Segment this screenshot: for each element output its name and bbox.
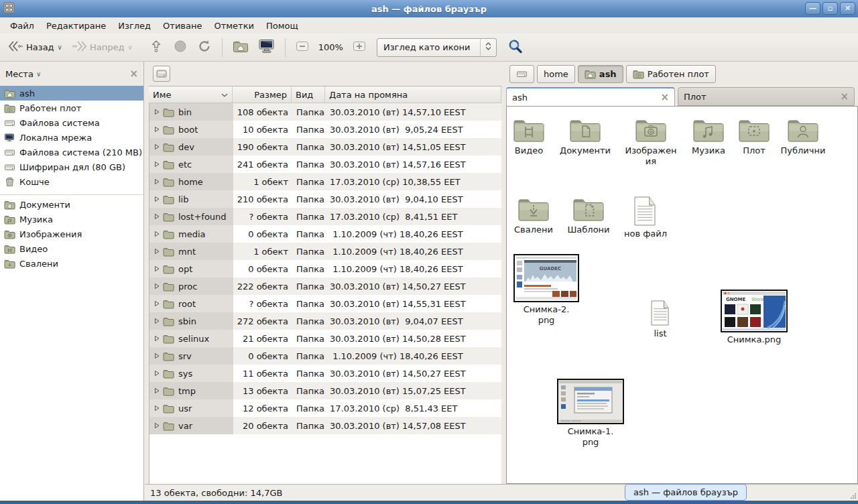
expander-icon[interactable] — [154, 353, 160, 359]
table-row[interactable]: home1 обектПапка17.03.2010 (ср) 10,38,55… — [149, 173, 501, 190]
expander-icon[interactable] — [154, 300, 160, 307]
table-row[interactable]: boot10 обектаПапка30.03.2010 (вт) 9,05,2… — [149, 121, 501, 138]
sidebar-close-icon[interactable]: × — [129, 68, 138, 80]
icon-item-10[interactable]: list — [630, 300, 690, 339]
table-row[interactable]: selinux21 обектаПапка30.03.2010 (вт) 14,… — [149, 330, 501, 347]
table-row[interactable]: media0 обектаПапка 1.10.2009 (чт) 18,40,… — [149, 225, 501, 243]
close-button[interactable]: ✕ — [840, 2, 855, 15]
tab-close-icon[interactable]: × — [660, 91, 669, 103]
expander-icon[interactable] — [154, 370, 160, 377]
table-row[interactable]: tmp13 обектаПапка30.03.2010 (вт) 15,07,2… — [149, 382, 501, 399]
tab-close-icon[interactable]: × — [840, 90, 849, 103]
home-button[interactable] — [229, 37, 253, 58]
reload-button[interactable] — [193, 36, 216, 58]
icon-item-8[interactable]: нов файл — [615, 196, 676, 239]
icon-item-12[interactable]: Снимка-1. png — [560, 379, 621, 448]
expander-icon[interactable] — [154, 422, 160, 429]
resize-grip[interactable] — [850, 493, 857, 499]
search-button[interactable] — [503, 36, 528, 59]
tree-root-button[interactable] — [153, 66, 170, 82]
column-header-0[interactable]: Име — [149, 86, 233, 103]
tab-0[interactable]: ash× — [506, 87, 675, 106]
table-row[interactable]: sys11 обектаПапка30.03.2010 (вт) 14,50,2… — [149, 365, 501, 382]
back-dropdown-icon[interactable]: ∨ — [58, 44, 62, 51]
menu-item-5[interactable]: Помощ — [260, 19, 304, 33]
column-header-3[interactable]: Дата на промяна — [325, 86, 501, 103]
sidebar-item-6[interactable]: Кошче — [0, 174, 143, 189]
column-header-1[interactable]: Размер — [233, 86, 292, 103]
minimize-button[interactable]: — — [805, 2, 820, 15]
expander-icon[interactable] — [154, 126, 160, 133]
expander-icon[interactable] — [154, 335, 160, 342]
expander-icon[interactable] — [154, 283, 160, 290]
expander-icon[interactable] — [154, 178, 160, 185]
menu-item-1[interactable]: Редактиране — [40, 19, 112, 33]
sidebar-item-12[interactable]: Свалени — [0, 256, 143, 271]
icon-item-11[interactable]: GNOMEStoreСнимка.png — [724, 290, 784, 345]
stop-button[interactable] — [169, 36, 192, 58]
expander-icon[interactable] — [154, 265, 160, 272]
forward-dropdown-icon[interactable]: ∨ — [127, 44, 132, 51]
sidebar-item-11[interactable]: Видео — [0, 241, 143, 256]
maximize-button[interactable]: ▫ — [822, 2, 838, 15]
menu-item-0[interactable]: Файл — [4, 19, 40, 33]
sidebar-item-8[interactable]: Документи — [0, 197, 143, 212]
table-row[interactable]: usr12 обектаПапка17.03.2010 (ср) 8,51,43… — [149, 399, 501, 417]
expander-icon[interactable] — [154, 387, 160, 394]
forward-button[interactable]: Напред ∨ — [68, 38, 137, 57]
sidebar-item-1[interactable]: Работен плот — [0, 101, 143, 115]
sidebar-item-10[interactable]: Изображения — [0, 227, 143, 241]
expander-icon[interactable] — [154, 143, 160, 150]
computer-button[interactable] — [254, 36, 279, 58]
expander-icon[interactable] — [154, 161, 160, 168]
icon-item-5[interactable]: Публични — [773, 117, 833, 156]
expander-icon[interactable] — [154, 196, 160, 202]
table-row[interactable]: mnt1 обектПапка 1.10.2009 (чт) 18,40,26 … — [149, 243, 501, 260]
expander-icon[interactable] — [154, 231, 160, 237]
pathbar-button-3[interactable]: Работен плот — [626, 65, 716, 83]
sidebar-item-5[interactable]: Шифриран дял (80 GB) — [0, 160, 143, 174]
table-row[interactable]: etc241 обектаПапка30.03.2010 (вт) 14,57,… — [149, 155, 501, 173]
table-row[interactable]: lost+found? обектаПапка17.03.2010 (ср) 8… — [149, 208, 501, 225]
icon-item-2[interactable]: Изображен ия — [621, 117, 681, 167]
tab-1[interactable]: Плот× — [678, 87, 855, 106]
icon-item-0[interactable]: Видео — [506, 117, 559, 156]
table-row[interactable]: bin108 обектаПапка30.03.2010 (вт) 14,57,… — [149, 103, 501, 121]
icon-item-6[interactable]: Свалени — [506, 196, 564, 235]
table-row[interactable]: dev190 обектаПапка30.03.2010 (вт) 14,51,… — [149, 138, 501, 155]
up-button[interactable] — [145, 36, 168, 58]
sidebar-item-9[interactable]: Музика — [0, 212, 143, 227]
sidebar-item-4[interactable]: Файлова система (210 MB) — [0, 145, 143, 160]
expander-icon[interactable] — [154, 248, 160, 255]
icon-item-7[interactable]: Шаблони — [558, 196, 619, 235]
view-mode-select[interactable]: Изглед като икони — [377, 38, 497, 57]
expander-icon[interactable] — [154, 109, 160, 115]
zoom-out-button[interactable] — [292, 38, 313, 57]
menu-item-2[interactable]: Изглед — [112, 19, 157, 33]
table-row[interactable]: srv0 обектаПапка 1.10.2009 (чт) 18,40,26… — [149, 347, 501, 365]
pathbar-button-1[interactable]: home — [537, 65, 575, 83]
sidebar-item-2[interactable]: Файлова система — [0, 115, 143, 130]
icon-item-9[interactable]: GUADECСнимка-2. png — [516, 254, 576, 326]
expander-icon[interactable] — [154, 405, 160, 412]
menu-item-3[interactable]: Отиване — [157, 19, 208, 33]
pathbar-button-2[interactable]: ash — [578, 65, 623, 83]
table-row[interactable]: sbin272 обектаПапка30.03.2010 (вт) 9,04,… — [149, 312, 501, 330]
pathbar-button-0[interactable] — [509, 65, 534, 83]
back-button[interactable]: Назад ∨ — [4, 38, 66, 57]
expander-icon[interactable] — [154, 213, 160, 220]
icon-item-1[interactable]: Документи — [555, 117, 615, 156]
zoom-in-button[interactable] — [349, 38, 370, 57]
sidebar-mode-select[interactable]: Места ∨ — [5, 69, 41, 79]
sidebar-item-0[interactable]: ash — [0, 86, 143, 101]
icon-view[interactable]: ВидеоДокументиИзображен ияМузикаПлотПубл… — [506, 106, 858, 484]
sidebar-item-3[interactable]: Локална мрежа — [0, 130, 143, 145]
table-row[interactable]: proc222 обектаПапка30.03.2010 (вт) 14,50… — [149, 277, 501, 295]
table-row[interactable]: var20 обектаПапка30.03.2010 (вт) 14,57,0… — [149, 417, 501, 434]
expander-icon[interactable] — [154, 318, 160, 324]
column-header-2[interactable]: Вид — [292, 86, 325, 103]
table-row[interactable]: lib210 обектаПапка30.03.2010 (вт) 9,04,1… — [149, 190, 501, 208]
table-row[interactable]: opt0 обектаПапка 1.10.2009 (чт) 18,40,26… — [149, 260, 501, 277]
menu-item-4[interactable]: Отметки — [208, 19, 259, 33]
table-row[interactable]: root? обектаПапка30.03.2010 (вт) 14,55,3… — [149, 295, 501, 312]
